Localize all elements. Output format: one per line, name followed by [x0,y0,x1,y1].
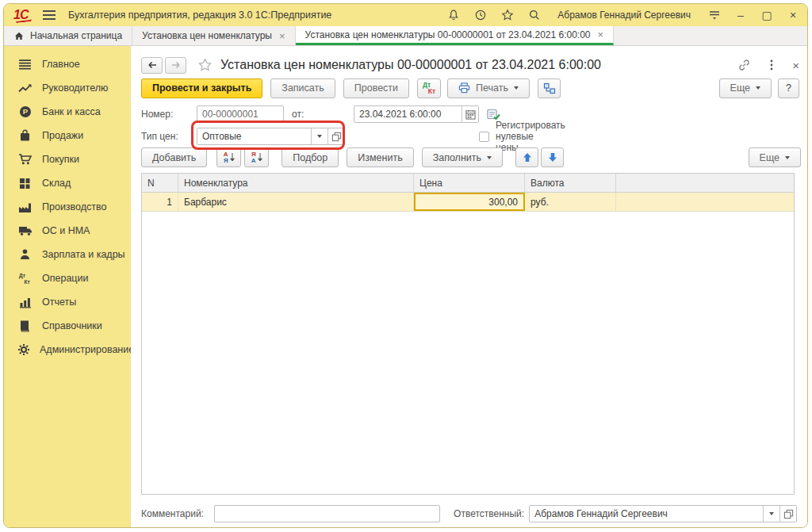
price-type-combo[interactable]: Оптовые [197,128,345,145]
move-up-button[interactable] [515,147,538,167]
sort-ascending-button[interactable]: АЯ [216,147,241,167]
warehouse-grid-icon [17,176,33,190]
document-posted-status-icon[interactable] [487,109,500,121]
bar-chart-icon [17,295,33,309]
close-icon[interactable]: × [787,10,799,21]
nomenclature-cell[interactable]: Барбарис [178,193,414,211]
column-header-price[interactable]: Цена [414,174,525,192]
combo-dropdown-icon[interactable] [763,506,779,522]
sidebar-item-production[interactable]: Производство [4,195,131,219]
sidebar-item-sales[interactable]: Продажи [4,124,131,147]
move-down-button[interactable] [541,147,564,167]
column-header-currency[interactable]: Валюта [525,174,616,192]
post-and-close-button[interactable]: Провести и закрыть [141,78,262,98]
add-row-button[interactable]: Добавить [141,147,207,167]
gear-icon [17,343,30,357]
row-filler-cell[interactable] [616,193,794,211]
items-table: N Номенклатура Цена Валюта 1 Барбарис 30… [141,173,795,495]
combo-dropdown-icon[interactable] [311,128,327,144]
close-form-icon[interactable]: × [792,59,799,72]
column-header-nomenclature[interactable]: Номенклатура [178,174,414,192]
form-more-button[interactable]: Еще [719,78,772,98]
current-user[interactable]: Абрамов Геннадий Сергеевич [557,10,691,21]
section-sidebar: Главное Руководителю Р Банк и касса Прод… [4,46,131,528]
service-menu-icon[interactable] [707,9,721,22]
pick-button[interactable]: Подбор [282,147,339,167]
fill-button[interactable]: Заполнить [422,147,503,167]
svg-text:Кт: Кт [24,279,29,285]
more-dots-icon[interactable] [770,59,773,71]
calendar-icon[interactable] [462,106,478,122]
maximize-icon[interactable]: ▢ [760,10,773,21]
tab-close-icon[interactable]: × [598,29,604,40]
tab-home[interactable]: Начальная страница [4,26,132,45]
comment-label: Комментарий: [141,508,204,519]
sidebar-item-warehouse[interactable]: Склад [4,171,131,195]
number-field[interactable]: 00-00000001 [197,105,284,123]
date-field[interactable]: 23.04.2021 6:00:00 [354,105,479,123]
print-button[interactable]: Печать [447,78,530,98]
form-title: Установка цен номенклатуры 00-00000001 о… [220,58,601,72]
date-label: от: [292,109,347,120]
book-icon [17,319,33,333]
back-button[interactable] [141,57,163,74]
tab-price-setting-document[interactable]: Установка цен номенклатуры 00-00000001 о… [296,26,615,45]
main-menu-icon[interactable] [43,8,56,22]
sort-descending-button[interactable]: ЯА [244,147,269,167]
comment-input[interactable] [214,505,440,522]
structure-icon [543,82,556,94]
factory-icon [17,200,33,214]
related-documents-button[interactable] [538,78,561,98]
history-clock-icon[interactable] [473,9,487,22]
sidebar-item-salary-hr[interactable]: Зарплата и кадры [4,243,131,266]
dropdown-caret-icon [785,156,790,159]
price-type-label: Тип цен: [141,131,197,142]
search-icon[interactable] [527,9,541,22]
favorite-star-icon[interactable] [197,58,213,72]
save-button[interactable]: Записать [270,78,335,98]
dt-kt-postings-button[interactable]: Дт Кт [417,78,441,98]
sidebar-item-manager[interactable]: Руководителю [4,76,131,100]
dt-kt-icon: ДтКт [17,271,33,285]
get-link-icon[interactable] [737,59,751,71]
sidebar-item-main[interactable]: Главное [4,52,131,76]
register-zero-prices-checkbox[interactable] [479,132,489,142]
svg-text:Р: Р [22,107,28,116]
tab-price-setting-list[interactable]: Установка цен номенклатуры × [132,26,295,45]
favorites-star-icon[interactable] [500,9,514,22]
tab-close-icon[interactable]: × [279,30,285,42]
titlebar-tools: Абрамов Геннадий Сергеевич – ▢ × [446,9,799,22]
1c-logo-icon: 1С [13,9,32,22]
menu-lines-icon [17,57,33,71]
sidebar-item-fixed-assets[interactable]: ОС и НМА [4,219,131,243]
dropdown-caret-icon [756,86,760,90]
minimize-icon[interactable]: – [734,10,747,21]
dropdown-caret-icon [487,156,492,159]
sidebar-item-reports[interactable]: Отчеты [4,290,131,314]
help-button[interactable]: ? [778,78,799,98]
titlebar: 1С Бухгалтерия предприятия, редакция 3.0… [4,4,807,26]
printer-icon [458,82,470,94]
change-button[interactable]: Изменить [347,147,413,167]
responsible-combo[interactable]: Абрамов Геннадий Сергеевич [529,505,797,522]
row-number-cell[interactable]: 1 [142,193,178,211]
home-icon [13,31,25,41]
forward-button[interactable] [165,57,186,74]
currency-cell[interactable]: руб. [525,193,616,211]
table-row[interactable]: 1 Барбарис 300,00 руб. [142,193,794,212]
column-header-n[interactable]: N [142,174,178,192]
table-more-button[interactable]: Еще [749,147,801,167]
shopping-cart-icon [17,152,33,166]
post-button[interactable]: Провести [343,78,409,98]
sidebar-item-directories[interactable]: Справочники [4,314,131,338]
open-item-icon[interactable] [779,506,796,522]
sidebar-item-purchases[interactable]: Покупки [4,147,131,171]
price-cell-selected[interactable]: 300,00 [414,193,525,211]
sidebar-item-administration[interactable]: Администрирование [4,338,131,362]
sidebar-item-operations[interactable]: ДтКт Операции [4,266,131,290]
sidebar-item-bank-cash[interactable]: Р Банк и касса [4,100,131,124]
notifications-bell-icon[interactable] [446,9,460,22]
tab-label: Установка цен номенклатуры 00-00000001 о… [305,29,591,40]
open-item-icon[interactable] [327,128,344,144]
number-label: Номер: [141,109,197,120]
